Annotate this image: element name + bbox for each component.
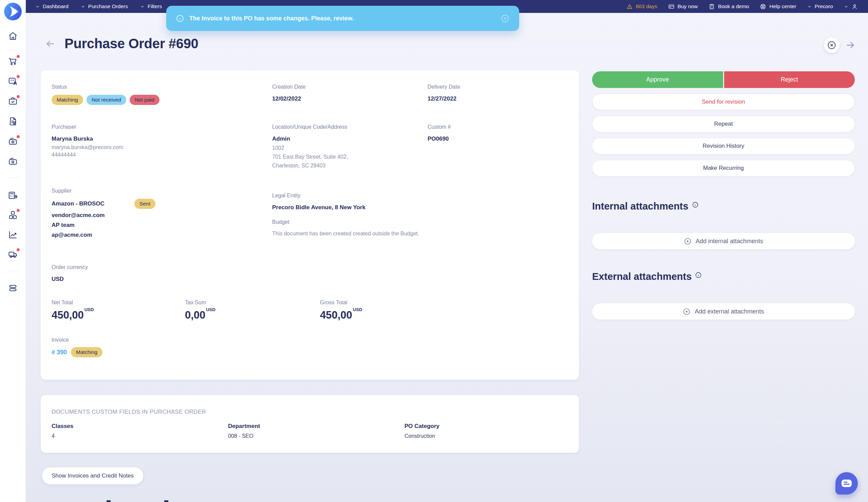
workspace-switcher[interactable]: Precoro [807, 3, 833, 10]
nav-purchase-orders-label: Purchase Orders [88, 3, 128, 10]
custom-field-value: 4 [52, 433, 228, 439]
chevron-down-icon [844, 4, 848, 9]
banner-close-icon[interactable] [500, 14, 510, 23]
precoro-logo[interactable] [4, 2, 22, 21]
info-icon[interactable] [695, 272, 702, 279]
supplier-email: vendor@acme.com [52, 212, 272, 219]
notification-dot [16, 134, 20, 139]
back-arrow-icon[interactable] [45, 38, 56, 49]
warning-triangle-icon [627, 3, 633, 10]
nav-dashboard-label: Dashboard [43, 3, 69, 10]
chat-bubble-icon [841, 480, 852, 487]
delivery-date-value: 12/27/2022 [427, 96, 568, 102]
next-document-arrow-icon[interactable] [845, 40, 856, 51]
workspace-label: Precoro [815, 3, 833, 10]
gross-total-currency: USD [353, 307, 362, 312]
close-document-button[interactable] [824, 37, 839, 53]
help-center-button[interactable]: Help center [760, 3, 796, 10]
custom-fields-title: DOCUMENTS CUSTOM FIELDS IN PURCHASE ORDE… [52, 409, 568, 415]
chat-widget-button[interactable] [835, 472, 858, 494]
sidebar-item-settings[interactable] [8, 283, 18, 293]
revision-history-button[interactable]: Revision History [592, 138, 855, 154]
trial-days-indicator[interactable]: 603 days [627, 3, 657, 10]
supplier-contact: AP team [52, 222, 272, 229]
sidebar-item-budgets[interactable] [8, 190, 18, 200]
purchaser-name: Maryna Burska [52, 135, 272, 142]
supplier-name: Amazon - BROSOC [52, 200, 104, 207]
actions-panel: Approve Reject Send for revision Repeat … [592, 71, 855, 320]
status-badge: Matching [52, 95, 83, 105]
sidebar-item-requisitions[interactable] [8, 76, 18, 86]
chevron-down-icon [807, 4, 812, 9]
chevron-down-icon [35, 4, 40, 9]
info-icon [176, 14, 184, 23]
sidebar [0, 0, 26, 502]
add-external-attachments-label: Add external attachments [695, 308, 764, 315]
custom-field-value: 008 - SEO [228, 433, 404, 439]
order-currency-label: Order currency [52, 264, 568, 270]
user-icon [851, 3, 858, 10]
sidebar-item-catalogs[interactable] [8, 210, 18, 220]
sidebar-item-purchase-orders[interactable] [8, 96, 18, 106]
nav-filters[interactable]: Filters [140, 3, 162, 10]
sidebar-item-reports[interactable] [8, 230, 18, 240]
tax-sum-value: 0,00USD [185, 309, 320, 321]
location-address-line2: Charleston, SC 29403 [272, 161, 427, 170]
custom-fields-card: DOCUMENTS CUSTOM FIELDS IN PURCHASE ORDE… [41, 395, 579, 453]
purchaser-label: Purchaser [52, 124, 272, 130]
make-recurring-button[interactable]: Make Recurring [592, 160, 855, 176]
invoice-link[interactable]: # 390 [52, 349, 67, 356]
budget-label: Budget [272, 219, 427, 225]
buy-now-button[interactable]: Buy now [668, 3, 698, 10]
creation-date-value: 12/02/2022 [272, 96, 427, 102]
nav-dashboard[interactable]: Dashboard [35, 3, 69, 10]
status-badge: Not received [86, 95, 126, 105]
sidebar-item-warehouse[interactable] [8, 249, 18, 260]
lifebuoy-icon [760, 3, 766, 10]
info-icon[interactable] [692, 201, 699, 208]
sidebar-item-approvals[interactable] [8, 116, 18, 126]
add-internal-attachments-label: Add internal attachments [696, 238, 763, 245]
add-internal-attachments-button[interactable]: Add internal attachments [592, 233, 855, 249]
approve-button[interactable]: Approve [592, 71, 723, 88]
chevron-down-icon [140, 4, 145, 9]
budget-calculator-icon [8, 190, 18, 200]
custom-field-value: Construction [404, 433, 568, 439]
purchaser-phone: 44444444 [52, 152, 272, 158]
notification-dot [16, 208, 20, 213]
plus-circle-icon [683, 308, 691, 315]
tax-sum-currency: USD [206, 307, 215, 312]
legal-entity-value: Precoro Bidle Avenue, 8 New York [272, 204, 427, 211]
repeat-button[interactable]: Repeat [592, 116, 855, 132]
info-banner: The Invoice to this PO has some changes.… [166, 6, 519, 31]
nav-purchase-orders[interactable]: Purchase Orders [81, 3, 128, 10]
invoice-status-badge: Matching [71, 347, 103, 357]
sidebar-item-shopping-cart[interactable] [8, 56, 18, 66]
trial-days-label: 603 days [636, 3, 657, 10]
reject-button[interactable]: Reject [724, 71, 855, 88]
purchase-order-summary-card: Status Matching Not received Not paid Cr… [41, 70, 579, 380]
sidebar-item-expenses[interactable] [8, 156, 18, 167]
sidebar-item-invoices[interactable] [8, 136, 18, 147]
custom-field-label: Classes [52, 423, 228, 430]
help-center-label: Help center [769, 3, 796, 10]
banner-message: The Invoice to this PO has some changes.… [189, 15, 354, 22]
net-total-label: Net Total [52, 300, 185, 306]
add-external-attachments-button[interactable]: Add external attachments [592, 303, 855, 320]
send-for-revision-button[interactable]: Send for revision [592, 94, 855, 110]
show-invoices-button[interactable]: Show Invoices and Credit Notes [42, 468, 143, 484]
account-menu[interactable] [844, 3, 858, 10]
nav-filters-label: Filters [148, 3, 162, 10]
sidebar-item-home[interactable] [8, 31, 18, 41]
supplier-sent-badge: Sent [134, 199, 155, 209]
custom-number-value: PO0690 [427, 135, 568, 142]
order-currency-value: USD [52, 276, 568, 283]
legal-entity-label: Legal Entity [272, 193, 427, 199]
location-label: Location/Unique Code/Address [272, 124, 427, 130]
book-demo-button[interactable]: Book a demo [709, 3, 749, 10]
chevron-down-icon [81, 4, 85, 9]
notification-dot [16, 74, 20, 79]
location-address-line1: 701 East Bay Street, Suite 402, [272, 152, 427, 161]
status-label: Status [52, 84, 272, 90]
internal-attachments-title: Internal attachments [592, 201, 689, 212]
